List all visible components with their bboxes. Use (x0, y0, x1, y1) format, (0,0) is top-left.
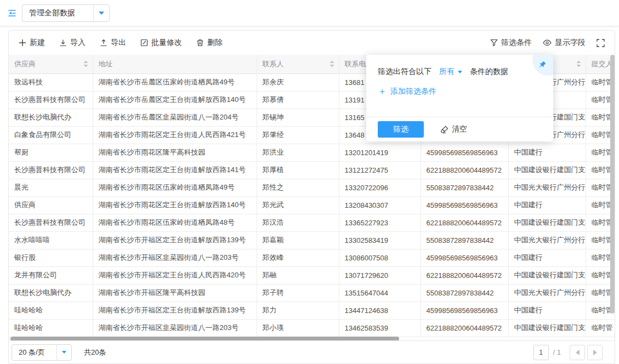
cell-contact: 郑汉浩 (257, 214, 339, 231)
view-selector[interactable]: 管理全部数据 (22, 4, 110, 22)
table-row[interactable]: 水水嘻嘻嘻湖南省长沙市开福区定王台街道解放西路139号郑嘉颖1330258341… (9, 231, 615, 249)
table-row[interactable]: 哇哈哈哈湖南省长沙市开福区定王台街道解放西路139号郑力134471246384… (9, 302, 615, 319)
cell-address: 湖南省长沙市雨花区隆平高科技园 (93, 144, 257, 161)
column-header-supplier[interactable]: 供应商 (9, 55, 93, 73)
import-button[interactable]: 导入 (59, 38, 86, 48)
cell-supplier: 长沙惠普科技有限公司 (9, 214, 93, 231)
cell-bank: 中国光大银行广州分行 (508, 284, 586, 302)
cell-bank: 中国建设银行建国门支行 (508, 266, 586, 284)
funnel-icon (490, 39, 498, 47)
table-row[interactable]: 晨光湖南省长沙市雨花区伍家岭街道栖凤路49号郑性之133207220965508… (9, 179, 615, 196)
cell-address: 湖南省长沙市开福区韭菜园街道八一路203号 (93, 249, 257, 266)
cell-account: 55083872897838442 (421, 284, 508, 302)
cell-account: 459985698569856963 (421, 144, 508, 161)
cell-address: 湖南省长沙市雨花区定王台街道人民西路421号 (93, 126, 257, 144)
cell-account: 6221888200604489572 (421, 319, 508, 337)
vertical-scrollbar[interactable] (610, 55, 615, 341)
table-row[interactable]: 供应商湖南省长沙市雨花区定王台街道解放西路140号郑光武132084303074… (9, 196, 615, 214)
new-button[interactable]: 新建 (19, 38, 45, 48)
cell-phone: 13121272475 (339, 161, 421, 179)
cell-phone: 13071729620 (339, 266, 421, 284)
filter-suffix-text: 条件的数据 (470, 67, 508, 77)
cell-account: 459985698569856963 (421, 196, 508, 214)
column-header-contact[interactable]: 联系人 (257, 55, 339, 73)
arrow-right-icon (593, 350, 597, 355)
cell-supplier: 帮厨 (9, 144, 93, 161)
cell-contact: 郑力 (257, 302, 339, 319)
pagination-bar: 20 条/页 共20条 / 1 (9, 340, 615, 363)
batch-edit-button[interactable]: 批量修改 (140, 38, 182, 48)
cell-supplier: 致远科技 (9, 73, 93, 91)
cell-bank: 中国建设银行建国门支行 (508, 214, 586, 231)
cell-contact: 郑锡坤 (257, 109, 339, 126)
prev-page-button[interactable] (570, 345, 585, 360)
sort-icon (83, 60, 88, 67)
chevron-down-icon (458, 71, 462, 73)
cell-address: 湖南省长沙市雨花区伍家岭街道栖凤路49号 (93, 179, 257, 196)
cell-contact: 郑光武 (257, 196, 339, 214)
display-fields-button[interactable]: 显示字段 (543, 38, 586, 48)
filter-mode-dropdown[interactable]: 所有 (439, 67, 462, 77)
chevron-down-icon (62, 351, 66, 354)
cell-address: 湖南省长沙市岳麓区定王台街道解放西路140号 (93, 91, 257, 109)
cell-address: 湖南省长沙市开福区定王台街道解放西路139号 (93, 231, 257, 249)
cell-supplier: 水水嘻嘻嘻 (9, 231, 93, 249)
column-label: 提交人 (592, 59, 613, 69)
apply-filter-button[interactable]: 筛选 (378, 121, 424, 138)
table-row[interactable]: 银行股湖南省长沙市开福区韭菜园街道八一路203号郑效峰1308600750845… (9, 249, 615, 266)
page-count: / 1 (553, 348, 561, 356)
pin-icon[interactable] (537, 60, 547, 70)
table-row[interactable]: 帮厨湖南省长沙市雨花区隆平高科技园郑洪业13201201419459985698… (9, 144, 615, 161)
view-selector-caret[interactable] (93, 5, 109, 21)
cell-bank: 中国建行 (508, 144, 586, 161)
view-selector-value: 管理全部数据 (22, 8, 93, 18)
cell-account: 6221888200604489572 (421, 214, 508, 231)
cell-supplier: 供应商 (9, 196, 93, 214)
page-size-selector[interactable]: 20 条/页 (12, 344, 72, 361)
fullscreen-button[interactable] (597, 39, 605, 47)
collapse-sidebar-icon[interactable] (7, 8, 17, 18)
column-label: 联系人 (263, 59, 284, 69)
cell-bank: 中国建行 (508, 249, 586, 266)
cell-supplier: 长沙惠普科技有限公司 (9, 161, 93, 179)
clear-filter-button[interactable]: 清空 (440, 124, 467, 134)
import-icon (59, 39, 67, 47)
cell-address: 湖南省长沙市岳麓区韭菜园街道八一路204号 (93, 109, 257, 126)
table-row[interactable]: 联想长沙电脑代办湖南省长沙市开福区隆平高科技园郑子聘13515647044550… (9, 284, 615, 302)
toolbar: 新建 导入 导出 批量修改 删除 筛选条件 显示字段 (9, 31, 615, 55)
cell-contact: 郑嘉颖 (257, 231, 339, 249)
cell-account: 459985698569856963 (421, 249, 508, 266)
cell-supplier: 联想长沙电脑代办 (9, 284, 93, 302)
cell-contact: 郑慕倩 (257, 91, 339, 109)
page-size-caret[interactable] (56, 345, 71, 360)
total-count: 共20条 (84, 348, 106, 357)
sort-icon (576, 60, 581, 67)
cell-address: 湖南省长沙市雨花区伍家岭街道栖凤路48号 (93, 214, 257, 231)
cell-bank: 中国光大银行广州分行 (508, 179, 586, 196)
export-button[interactable]: 导出 (100, 38, 126, 48)
sort-icon (330, 60, 334, 67)
cell-phone: 13447124638 (339, 302, 421, 319)
table-row[interactable]: 长沙惠普科技有限公司湖南省长沙市雨花区伍家岭街道栖凤路48号郑汉浩1336522… (9, 214, 615, 231)
delete-button[interactable]: 删除 (196, 38, 223, 48)
topbar: 管理全部数据 (0, 0, 619, 26)
cell-phone: 13208430307 (339, 196, 421, 214)
filter-conditions-button[interactable]: 筛选条件 (490, 38, 532, 48)
page-number-input[interactable] (533, 345, 549, 360)
table-row[interactable]: 长沙惠普科技有限公司湖南省长沙市雨花区定王台街道解放西路141号郑厚植13121… (9, 161, 615, 179)
cell-contact: 郑洪业 (257, 144, 339, 161)
next-page-button[interactable] (587, 345, 603, 360)
cell-account: 6221888200604489572 (421, 266, 508, 284)
cell-contact: 郑小瑛 (257, 319, 339, 337)
add-filter-condition-link[interactable]: ＋ 添加筛选条件 (378, 87, 436, 96)
cell-supplier: 白象食品有限公司 (9, 126, 93, 144)
export-icon (100, 39, 107, 47)
cell-address: 湖南省长沙市开福区隆平高科技园 (93, 284, 257, 302)
table-row[interactable]: 哇哈哈哈湖南省长沙市开福区韭菜园街道八一路203号郑小瑛134625835396… (9, 319, 615, 337)
cell-phone: 13515647044 (339, 284, 421, 302)
trash-icon (196, 39, 204, 47)
column-label: 地址 (99, 59, 113, 69)
table-row[interactable]: 龙井有限公司湖南省长沙市开福区定王台街道人民西路420号郑融1307172962… (9, 266, 615, 284)
cell-supplier: 哇哈哈哈 (9, 302, 93, 319)
vertical-scrollbar-thumb[interactable] (610, 55, 615, 314)
